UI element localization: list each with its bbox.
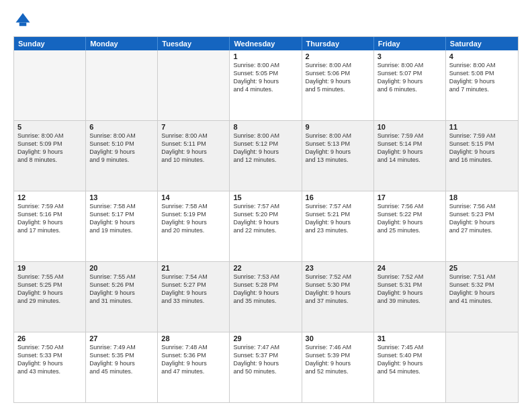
- calendar-body: 1Sunrise: 8:00 AMSunset: 5:05 PMDaylight…: [14, 50, 518, 402]
- day-number: 24: [378, 264, 442, 272]
- calendar-cell: 18Sunrise: 7:56 AMSunset: 5:23 PMDayligh…: [446, 191, 518, 261]
- calendar-cell: 19Sunrise: 7:55 AMSunset: 5:25 PMDayligh…: [14, 262, 86, 332]
- svg-marker-0: [16, 13, 30, 23]
- calendar-cell: 7Sunrise: 8:00 AMSunset: 5:11 PMDaylight…: [158, 121, 230, 191]
- day-number: 26: [17, 334, 82, 342]
- day-number: 16: [306, 193, 370, 201]
- weekday-header-thursday: Thursday: [302, 37, 374, 50]
- day-number: 4: [449, 52, 515, 60]
- day-number: 18: [449, 193, 515, 201]
- calendar-cell: [158, 50, 230, 120]
- cell-info: Sunrise: 7:46 AMSunset: 5:39 PMDaylight:…: [306, 343, 370, 376]
- cell-info: Sunrise: 7:51 AMSunset: 5:32 PMDaylight:…: [449, 273, 515, 306]
- cell-info: Sunrise: 7:53 AMSunset: 5:28 PMDaylight:…: [233, 273, 298, 306]
- weekday-header-sunday: Sunday: [14, 37, 86, 50]
- day-number: 29: [233, 334, 298, 342]
- calendar-cell: 30Sunrise: 7:46 AMSunset: 5:39 PMDayligh…: [302, 332, 374, 402]
- day-number: 20: [89, 264, 154, 272]
- cell-info: Sunrise: 7:55 AMSunset: 5:26 PMDaylight:…: [89, 273, 154, 306]
- calendar-cell: 25Sunrise: 7:51 AMSunset: 5:32 PMDayligh…: [446, 262, 518, 332]
- cell-info: Sunrise: 7:48 AMSunset: 5:36 PMDaylight:…: [161, 343, 226, 376]
- day-number: 25: [449, 264, 515, 272]
- day-number: 12: [17, 193, 82, 201]
- calendar-cell: 16Sunrise: 7:57 AMSunset: 5:21 PMDayligh…: [302, 191, 374, 261]
- cell-info: Sunrise: 7:59 AMSunset: 5:15 PMDaylight:…: [449, 132, 515, 165]
- day-number: 3: [378, 52, 442, 60]
- calendar-cell: 27Sunrise: 7:49 AMSunset: 5:35 PMDayligh…: [86, 332, 158, 402]
- calendar-cell: [86, 50, 158, 120]
- cell-info: Sunrise: 7:58 AMSunset: 5:19 PMDaylight:…: [161, 202, 226, 235]
- calendar-cell: 6Sunrise: 8:00 AMSunset: 5:10 PMDaylight…: [86, 121, 158, 191]
- calendar-cell: 17Sunrise: 7:56 AMSunset: 5:22 PMDayligh…: [374, 191, 446, 261]
- cell-info: Sunrise: 8:00 AMSunset: 5:09 PMDaylight:…: [17, 132, 82, 165]
- cell-info: Sunrise: 8:00 AMSunset: 5:10 PMDaylight:…: [89, 132, 154, 165]
- logo-icon: [13, 11, 32, 30]
- calendar-row-2: 5Sunrise: 8:00 AMSunset: 5:09 PMDaylight…: [14, 121, 518, 191]
- cell-info: Sunrise: 8:00 AMSunset: 5:07 PMDaylight:…: [378, 61, 442, 94]
- cell-info: Sunrise: 8:00 AMSunset: 5:13 PMDaylight:…: [306, 132, 370, 165]
- cell-info: Sunrise: 8:00 AMSunset: 5:12 PMDaylight:…: [233, 132, 298, 165]
- logo: [13, 11, 35, 30]
- day-number: 30: [306, 334, 370, 342]
- calendar-cell: 23Sunrise: 7:52 AMSunset: 5:30 PMDayligh…: [302, 262, 374, 332]
- day-number: 31: [378, 334, 442, 342]
- calendar: SundayMondayTuesdayWednesdayThursdayFrid…: [13, 36, 519, 403]
- day-number: 28: [161, 334, 226, 342]
- calendar-cell: 12Sunrise: 7:59 AMSunset: 5:16 PMDayligh…: [14, 191, 86, 261]
- calendar-cell: 21Sunrise: 7:54 AMSunset: 5:27 PMDayligh…: [158, 262, 230, 332]
- calendar-row-5: 26Sunrise: 7:50 AMSunset: 5:33 PMDayligh…: [14, 332, 518, 402]
- cell-info: Sunrise: 7:56 AMSunset: 5:22 PMDaylight:…: [378, 202, 442, 235]
- calendar-row-3: 12Sunrise: 7:59 AMSunset: 5:16 PMDayligh…: [14, 191, 518, 262]
- day-number: 9: [306, 123, 370, 131]
- day-number: 17: [378, 193, 442, 201]
- cell-info: Sunrise: 7:57 AMSunset: 5:20 PMDaylight:…: [233, 202, 298, 235]
- day-number: 27: [89, 334, 154, 342]
- day-number: 11: [449, 123, 515, 131]
- calendar-cell: 29Sunrise: 7:47 AMSunset: 5:37 PMDayligh…: [230, 332, 302, 402]
- day-number: 8: [233, 123, 298, 131]
- cell-info: Sunrise: 7:54 AMSunset: 5:27 PMDaylight:…: [161, 273, 226, 306]
- day-number: 14: [161, 193, 226, 201]
- calendar-cell: [446, 332, 518, 402]
- day-number: 21: [161, 264, 226, 272]
- day-number: 2: [306, 52, 370, 60]
- cell-info: Sunrise: 7:52 AMSunset: 5:31 PMDaylight:…: [378, 273, 442, 306]
- cell-info: Sunrise: 8:00 AMSunset: 5:11 PMDaylight:…: [161, 132, 226, 165]
- calendar-cell: 4Sunrise: 8:00 AMSunset: 5:08 PMDaylight…: [446, 50, 518, 120]
- weekday-header-monday: Monday: [86, 37, 158, 50]
- calendar-cell: 11Sunrise: 7:59 AMSunset: 5:15 PMDayligh…: [446, 121, 518, 191]
- page: SundayMondayTuesdayWednesdayThursdayFrid…: [0, 0, 532, 411]
- weekday-header-tuesday: Tuesday: [158, 37, 230, 50]
- cell-info: Sunrise: 7:56 AMSunset: 5:23 PMDaylight:…: [449, 202, 515, 235]
- weekday-header-wednesday: Wednesday: [230, 37, 302, 50]
- calendar-row-1: 1Sunrise: 8:00 AMSunset: 5:05 PMDaylight…: [14, 50, 518, 121]
- cell-info: Sunrise: 7:59 AMSunset: 5:14 PMDaylight:…: [378, 132, 442, 165]
- calendar-cell: 20Sunrise: 7:55 AMSunset: 5:26 PMDayligh…: [86, 262, 158, 332]
- calendar-cell: 9Sunrise: 8:00 AMSunset: 5:13 PMDaylight…: [302, 121, 374, 191]
- cell-info: Sunrise: 7:47 AMSunset: 5:37 PMDaylight:…: [233, 343, 298, 376]
- calendar-cell: 2Sunrise: 8:00 AMSunset: 5:06 PMDaylight…: [302, 50, 374, 120]
- cell-info: Sunrise: 7:49 AMSunset: 5:35 PMDaylight:…: [89, 343, 154, 376]
- calendar-cell: 1Sunrise: 8:00 AMSunset: 5:05 PMDaylight…: [230, 50, 302, 120]
- day-number: 22: [233, 264, 298, 272]
- cell-info: Sunrise: 7:58 AMSunset: 5:17 PMDaylight:…: [89, 202, 154, 235]
- day-number: 13: [89, 193, 154, 201]
- calendar-cell: 10Sunrise: 7:59 AMSunset: 5:14 PMDayligh…: [374, 121, 446, 191]
- cell-info: Sunrise: 8:00 AMSunset: 5:08 PMDaylight:…: [449, 61, 515, 94]
- weekday-header-friday: Friday: [374, 37, 446, 50]
- cell-info: Sunrise: 8:00 AMSunset: 5:06 PMDaylight:…: [306, 61, 370, 94]
- calendar-cell: 15Sunrise: 7:57 AMSunset: 5:20 PMDayligh…: [230, 191, 302, 261]
- calendar-cell: 3Sunrise: 8:00 AMSunset: 5:07 PMDaylight…: [374, 50, 446, 120]
- calendar-cell: 22Sunrise: 7:53 AMSunset: 5:28 PMDayligh…: [230, 262, 302, 332]
- cell-info: Sunrise: 7:57 AMSunset: 5:21 PMDaylight:…: [306, 202, 370, 235]
- day-number: 23: [306, 264, 370, 272]
- day-number: 1: [233, 52, 298, 60]
- cell-info: Sunrise: 7:52 AMSunset: 5:30 PMDaylight:…: [306, 273, 370, 306]
- calendar-row-4: 19Sunrise: 7:55 AMSunset: 5:25 PMDayligh…: [14, 262, 518, 332]
- cell-info: Sunrise: 7:55 AMSunset: 5:25 PMDaylight:…: [17, 273, 82, 306]
- day-number: 19: [17, 264, 82, 272]
- day-number: 6: [89, 123, 154, 131]
- weekday-header-saturday: Saturday: [446, 37, 518, 50]
- calendar-cell: 8Sunrise: 8:00 AMSunset: 5:12 PMDaylight…: [230, 121, 302, 191]
- day-number: 10: [378, 123, 442, 131]
